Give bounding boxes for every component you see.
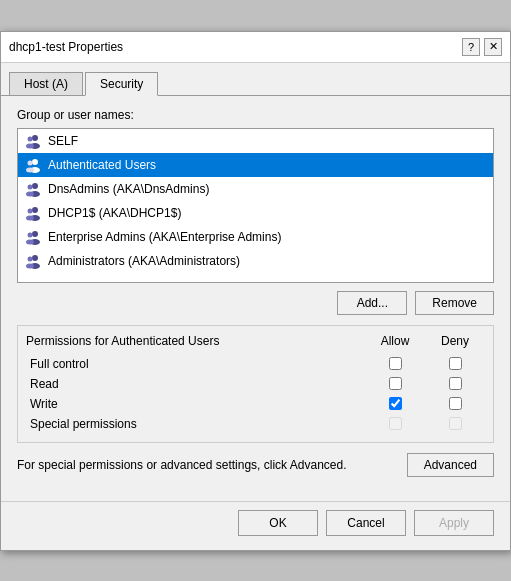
dialog-window: dhcp1-test Properties ? ✕ Host (A) Secur… bbox=[0, 31, 511, 551]
user-group-icon bbox=[24, 156, 42, 174]
deny-write-checkbox[interactable] bbox=[449, 397, 462, 410]
perm-checks-read bbox=[365, 377, 485, 390]
user-group-icon bbox=[24, 204, 42, 222]
svg-point-6 bbox=[28, 160, 33, 165]
permissions-column-headers: Allow Deny bbox=[365, 334, 485, 348]
svg-point-8 bbox=[32, 183, 38, 189]
cancel-button[interactable]: Cancel bbox=[326, 510, 406, 536]
perm-name-special: Special permissions bbox=[26, 417, 365, 431]
perm-name-write: Write bbox=[26, 397, 365, 411]
user-buttons-row: Add... Remove bbox=[17, 291, 494, 315]
allow-write-checkbox[interactable] bbox=[389, 397, 402, 410]
add-button[interactable]: Add... bbox=[337, 291, 407, 315]
tabs-container: Host (A) Security bbox=[1, 63, 510, 96]
ok-button[interactable]: OK bbox=[238, 510, 318, 536]
allow-write[interactable] bbox=[365, 397, 425, 410]
perm-checks-special bbox=[365, 417, 485, 430]
deny-fullcontrol-checkbox[interactable] bbox=[449, 357, 462, 370]
permissions-header: Permissions for Authenticated Users Allo… bbox=[26, 334, 485, 348]
svg-point-20 bbox=[32, 255, 38, 261]
permission-row-read: Read bbox=[26, 374, 485, 394]
deny-write[interactable] bbox=[425, 397, 485, 410]
svg-point-11 bbox=[26, 191, 34, 196]
user-item-authenticated[interactable]: Authenticated Users bbox=[18, 153, 493, 177]
svg-point-7 bbox=[26, 167, 34, 172]
svg-point-23 bbox=[26, 263, 34, 268]
svg-point-4 bbox=[32, 159, 38, 165]
allow-special bbox=[365, 417, 425, 430]
permissions-title: Permissions for Authenticated Users bbox=[26, 334, 365, 348]
tab-content-security: Group or user names: SELF bbox=[1, 96, 510, 501]
svg-point-2 bbox=[28, 136, 33, 141]
deny-column-header: Deny bbox=[425, 334, 485, 348]
permission-row-write: Write bbox=[26, 394, 485, 414]
tab-host-a[interactable]: Host (A) bbox=[9, 72, 83, 96]
permission-row-fullcontrol: Full control bbox=[26, 354, 485, 374]
perm-name-read: Read bbox=[26, 377, 365, 391]
user-item-enterprise[interactable]: Enterprise Admins (AKA\Enterprise Admins… bbox=[18, 225, 493, 249]
tab-security[interactable]: Security bbox=[85, 72, 158, 96]
allow-special-checkbox bbox=[389, 417, 402, 430]
allow-read-checkbox[interactable] bbox=[389, 377, 402, 390]
advanced-description: For special permissions or advanced sett… bbox=[17, 458, 407, 472]
remove-button[interactable]: Remove bbox=[415, 291, 494, 315]
svg-point-0 bbox=[32, 135, 38, 141]
title-controls: ? ✕ bbox=[462, 38, 502, 56]
close-button[interactable]: ✕ bbox=[484, 38, 502, 56]
user-group-icon bbox=[24, 180, 42, 198]
allow-read[interactable] bbox=[365, 377, 425, 390]
user-item-dnsadmins[interactable]: DnsAdmins (AKA\DnsAdmins) bbox=[18, 177, 493, 201]
user-item-administrators[interactable]: Administrators (AKA\Administrators) bbox=[18, 249, 493, 273]
allow-column-header: Allow bbox=[365, 334, 425, 348]
user-item-self[interactable]: SELF bbox=[18, 129, 493, 153]
permission-row-special: Special permissions bbox=[26, 414, 485, 434]
svg-point-22 bbox=[28, 256, 33, 261]
perm-checks-fullcontrol bbox=[365, 357, 485, 370]
svg-point-14 bbox=[28, 208, 33, 213]
user-group-icon bbox=[24, 132, 42, 150]
deny-read[interactable] bbox=[425, 377, 485, 390]
dialog-title: dhcp1-test Properties bbox=[9, 40, 123, 54]
user-name: SELF bbox=[48, 134, 78, 148]
user-name: Enterprise Admins (AKA\Enterprise Admins… bbox=[48, 230, 281, 244]
svg-point-10 bbox=[28, 184, 33, 189]
user-group-icon bbox=[24, 252, 42, 270]
apply-button[interactable]: Apply bbox=[414, 510, 494, 536]
perm-checks-write bbox=[365, 397, 485, 410]
allow-fullcontrol-checkbox[interactable] bbox=[389, 357, 402, 370]
user-name: Administrators (AKA\Administrators) bbox=[48, 254, 240, 268]
svg-point-15 bbox=[26, 215, 34, 220]
dialog-footer: OK Cancel Apply bbox=[1, 501, 510, 550]
user-list[interactable]: SELF Authenticated Users bbox=[17, 128, 494, 283]
svg-point-19 bbox=[26, 239, 34, 244]
user-name: Authenticated Users bbox=[48, 158, 156, 172]
svg-point-16 bbox=[32, 231, 38, 237]
advanced-button[interactable]: Advanced bbox=[407, 453, 494, 477]
user-name: DnsAdmins (AKA\DnsAdmins) bbox=[48, 182, 209, 196]
svg-point-3 bbox=[26, 143, 34, 148]
svg-point-12 bbox=[32, 207, 38, 213]
advanced-row: For special permissions or advanced sett… bbox=[17, 453, 494, 477]
title-bar: dhcp1-test Properties ? ✕ bbox=[1, 32, 510, 63]
deny-fullcontrol[interactable] bbox=[425, 357, 485, 370]
user-item-dhcp1[interactable]: DHCP1$ (AKA\DHCP1$) bbox=[18, 201, 493, 225]
user-group-icon bbox=[24, 228, 42, 246]
deny-read-checkbox[interactable] bbox=[449, 377, 462, 390]
allow-fullcontrol[interactable] bbox=[365, 357, 425, 370]
deny-special-checkbox bbox=[449, 417, 462, 430]
perm-name-fullcontrol: Full control bbox=[26, 357, 365, 371]
group-user-label: Group or user names: bbox=[17, 108, 494, 122]
svg-point-18 bbox=[28, 232, 33, 237]
help-button[interactable]: ? bbox=[462, 38, 480, 56]
user-name: DHCP1$ (AKA\DHCP1$) bbox=[48, 206, 181, 220]
permissions-section: Permissions for Authenticated Users Allo… bbox=[17, 325, 494, 443]
deny-special bbox=[425, 417, 485, 430]
